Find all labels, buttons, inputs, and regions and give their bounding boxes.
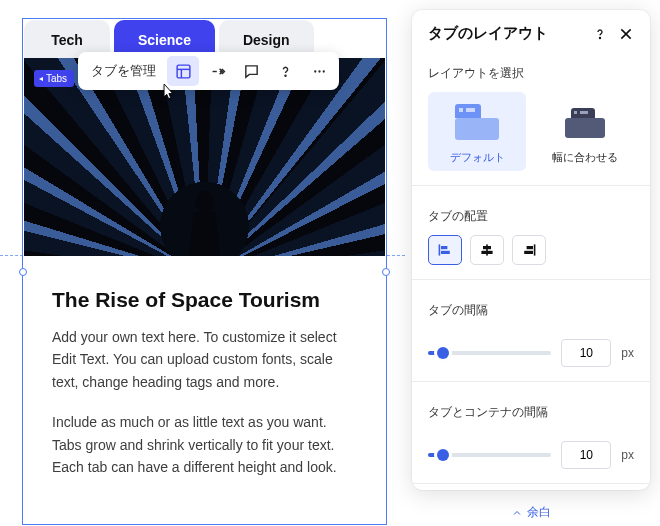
layout-option-default-label: デフォルト [434, 150, 520, 165]
layout-option-fit-label: 幅に合わせる [542, 150, 628, 165]
floating-toolbar: タブを管理 [78, 52, 339, 90]
divider [412, 185, 650, 186]
editor-canvas: Tech Science Design ◂ Tabs The Rise of S… [0, 0, 405, 526]
layout-options: デフォルト 幅に合わせる [428, 92, 634, 171]
tab-gap-control: 10 px [428, 339, 634, 367]
unit-label: px [621, 448, 634, 462]
tab-gap-input[interactable]: 10 [561, 339, 611, 367]
container-gap-input[interactable]: 10 [561, 441, 611, 469]
svg-rect-13 [441, 251, 450, 254]
divider [412, 279, 650, 280]
container-gap-slider[interactable] [428, 447, 551, 463]
svg-rect-15 [483, 246, 491, 249]
tab-gap-slider[interactable] [428, 345, 551, 361]
align-left-button[interactable] [428, 235, 462, 265]
svg-point-8 [599, 37, 600, 38]
svg-point-7 [322, 70, 324, 72]
align-center-button[interactable] [470, 235, 504, 265]
divider [412, 483, 650, 484]
svg-rect-19 [524, 251, 533, 254]
svg-rect-0 [177, 65, 190, 78]
section-label-layout: レイアウトを選択 [428, 65, 634, 82]
layout-option-fit[interactable]: 幅に合わせる [536, 92, 634, 171]
section-label-tab-gap: タブの間隔 [428, 302, 634, 319]
panel-title: タブのレイアウト [428, 24, 548, 43]
svg-rect-18 [527, 246, 533, 249]
layout-thumb-default-icon [451, 102, 503, 142]
panel-footer-label: 余白 [527, 504, 551, 521]
resize-handle-left[interactable] [19, 268, 27, 276]
svg-rect-17 [534, 244, 536, 255]
svg-rect-12 [441, 246, 447, 249]
panel-header: タブのレイアウト [428, 24, 634, 43]
resize-handle-right[interactable] [382, 268, 390, 276]
unit-label: px [621, 346, 634, 360]
more-icon[interactable] [303, 56, 335, 86]
manage-tabs-button[interactable]: タブを管理 [82, 56, 165, 86]
svg-point-4 [284, 75, 285, 76]
panel-footer-padding[interactable]: 余白 [428, 498, 634, 521]
tabs-layout-panel: タブのレイアウト レイアウトを選択 デフォルト 幅に合わせる タブの配置 [412, 10, 650, 490]
svg-rect-11 [439, 244, 441, 255]
selection-outline [22, 18, 387, 525]
align-options [428, 235, 634, 265]
divider [412, 381, 650, 382]
section-label-align: タブの配置 [428, 208, 634, 225]
animation-icon[interactable] [201, 56, 233, 86]
layout-option-default[interactable]: デフォルト [428, 92, 526, 171]
help-icon[interactable] [269, 56, 301, 86]
comment-icon[interactable] [235, 56, 267, 86]
align-right-button[interactable] [512, 235, 546, 265]
close-icon[interactable] [618, 26, 634, 42]
container-gap-control: 10 px [428, 441, 634, 469]
layout-thumb-fit-icon [559, 102, 611, 142]
svg-rect-16 [481, 251, 492, 254]
section-label-container-gap: タブとコンテナの間隔 [428, 404, 634, 421]
svg-point-5 [314, 70, 316, 72]
panel-help-icon[interactable] [592, 26, 608, 42]
svg-point-6 [318, 70, 320, 72]
pointer-cursor-icon [159, 82, 176, 106]
